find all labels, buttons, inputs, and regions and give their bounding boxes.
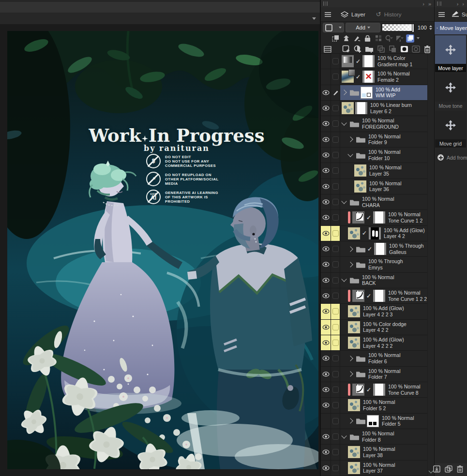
chevron-down-icon[interactable] [312, 17, 316, 20]
layer-row[interactable]: 100 % Normal Folder 5 2 [321, 398, 434, 413]
visibility-toggle[interactable] [321, 226, 331, 241]
lock-pixel-icon[interactable] [374, 34, 382, 43]
draw-target-pen[interactable] [331, 85, 340, 101]
layer-checkbox[interactable] [331, 414, 340, 429]
layer-checkbox[interactable] [331, 116, 340, 132]
tab-history[interactable]: ↺ History [371, 7, 407, 21]
visibility-toggle[interactable] [321, 194, 331, 210]
new-folder-icon[interactable] [365, 45, 374, 54]
visibility-toggle[interactable] [321, 148, 331, 163]
artwork-canvas[interactable]: WorkIn Progress by ranituran $ DO NOT ED… [7, 31, 318, 469]
visibility-toggle[interactable] [321, 414, 331, 429]
visibility-toggle[interactable] [321, 304, 331, 319]
visibility-toggle[interactable] [321, 335, 331, 351]
layer-row[interactable]: 100 % Normal FOREGROUND [321, 116, 434, 132]
subtool-grip-bar[interactable]: ›› [435, 0, 467, 7]
layer-row[interactable]: ✓ 100 % Add (Glow) Layer 4 2 [321, 226, 434, 241]
visibility-toggle[interactable] [321, 179, 331, 194]
opacity-slider[interactable] [382, 24, 415, 31]
layer-checkbox[interactable] [331, 382, 340, 398]
layer-row[interactable]: 100 % Color dodge Layer 4 2 2 [321, 320, 434, 335]
expand-open-icon[interactable] [341, 198, 346, 204]
visibility-toggle[interactable] [321, 101, 331, 116]
layer-list-scrollbar[interactable] [427, 53, 434, 476]
expand-open-icon[interactable] [341, 120, 346, 125]
layer-row[interactable]: 100 % Normal Folder 9 [321, 132, 434, 148]
apply-mask-icon[interactable] [411, 45, 420, 54]
opacity-slider-handle[interactable] [412, 24, 414, 32]
new-adjustment-layer-icon[interactable] [353, 45, 362, 54]
visibility-toggle[interactable] [321, 445, 331, 460]
expand-closed-icon[interactable] [347, 246, 353, 252]
expand-open-icon[interactable] [341, 433, 346, 438]
reference-layer-icon[interactable] [385, 34, 393, 43]
visibility-toggle[interactable] [321, 288, 331, 304]
layer-row[interactable]: ✓ 100 % Normal Tone Curve 1 2 2 [321, 288, 434, 304]
layer-checkbox[interactable] [331, 210, 340, 225]
duplicate-subtool-icon[interactable] [445, 465, 452, 475]
layer-checkbox[interactable] [331, 429, 340, 445]
expand-closed-icon[interactable] [347, 418, 353, 424]
layer-checkbox[interactable] [331, 367, 340, 382]
panel-grip-bar[interactable]: ›» [321, 0, 434, 7]
layer-checkbox[interactable] [331, 288, 340, 304]
merge-down-icon[interactable] [388, 45, 397, 54]
layer-checkbox[interactable] [331, 226, 340, 241]
visibility-toggle[interactable] [321, 85, 331, 101]
layer-row[interactable]: 100 % Through Emrys [321, 257, 434, 272]
layer-row[interactable]: 100 % Add WM WIP [321, 85, 434, 101]
current-subtool-header[interactable]: Move layer [435, 22, 467, 34]
layer-checkbox[interactable] [331, 351, 340, 366]
panel-overflow-icon[interactable]: » [428, 1, 431, 7]
layer-mask-icon[interactable] [400, 45, 408, 54]
layer-checkbox[interactable] [331, 163, 340, 178]
layer-row[interactable]: 100 % Normal Layer 38 [321, 445, 434, 460]
layer-checkbox[interactable] [331, 179, 340, 194]
layer-checkbox[interactable] [331, 194, 340, 210]
add-from-subtool[interactable]: Add from [437, 154, 467, 161]
visibility-toggle[interactable] [321, 320, 331, 335]
layer-color-icon[interactable] [406, 34, 414, 43]
palette-color-dropdown[interactable] [323, 23, 344, 32]
layer-checkbox[interactable] [331, 461, 340, 476]
layer-checkbox[interactable] [331, 273, 340, 288]
lock-icon[interactable] [363, 34, 372, 43]
subtool-expand-icon[interactable]: › [457, 1, 459, 7]
layer-checkbox[interactable] [331, 398, 340, 413]
draft-layer-icon[interactable] [353, 34, 361, 43]
layer-checkbox[interactable] [331, 304, 340, 319]
visibility-toggle[interactable] [321, 163, 331, 178]
layer-row[interactable]: ✓ 100 % Color Gradient map 1 [321, 54, 434, 69]
expand-open-icon[interactable] [341, 277, 346, 282]
layer-checkbox[interactable] [331, 101, 340, 116]
new-layer-icon[interactable] [342, 45, 350, 54]
layer-row[interactable]: 100 % Normal Folder 8 [321, 429, 434, 445]
transfer-down-icon[interactable] [377, 45, 385, 54]
alpha-lock-icon[interactable] [342, 34, 350, 43]
layer-row[interactable]: ✓ 100 % Normal Tone Curve 1 2 [321, 210, 434, 225]
opacity-stepper[interactable] [429, 25, 432, 30]
layer-row[interactable]: 100 % Normal Layer 36 [321, 179, 434, 194]
expand-closed-icon[interactable] [347, 356, 353, 361]
visibility-toggle[interactable] [321, 429, 331, 445]
visibility-toggle[interactable] [321, 116, 331, 132]
tab-layer[interactable]: Layer [335, 7, 371, 21]
layer-color-caret[interactable] [417, 37, 420, 39]
layer-checkbox[interactable] [331, 69, 340, 85]
subtool-menu-icon[interactable] [438, 14, 445, 15]
layer-checkbox[interactable] [331, 241, 340, 257]
layer-checkbox[interactable] [331, 132, 340, 148]
layer-row[interactable]: 100 % Normal Layer 35 [321, 163, 434, 178]
layer-checkbox[interactable] [331, 445, 340, 460]
blend-mode-dropdown[interactable]: Add [346, 23, 380, 32]
scroll-down-icon[interactable] [429, 469, 434, 474]
layer-checkbox[interactable] [331, 54, 340, 69]
layer-checkbox[interactable] [331, 320, 340, 335]
expand-open-icon[interactable] [347, 151, 353, 157]
delete-layer-icon[interactable] [423, 45, 432, 54]
layer-row[interactable]: 100 % Normal Layer 37 [321, 461, 434, 476]
expand-closed-icon[interactable] [347, 137, 353, 142]
visibility-toggle[interactable] [321, 461, 331, 476]
layer-row[interactable]: ✓ 100 % Normal Tone Curve 8 [321, 382, 434, 398]
expand-closed-icon[interactable] [347, 372, 353, 377]
